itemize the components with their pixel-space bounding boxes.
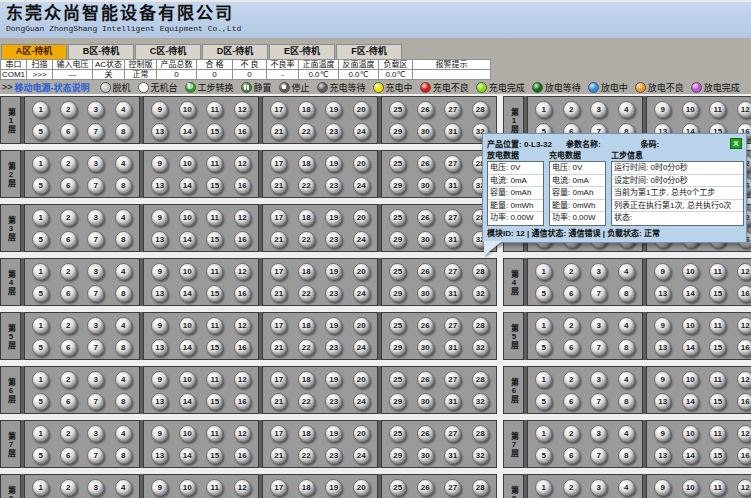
cell-button[interactable]: 9: [151, 101, 168, 118]
cell-button[interactable]: 24: [353, 177, 370, 194]
cell-button[interactable]: 3: [87, 263, 104, 280]
cell-button[interactable]: 19: [325, 263, 342, 280]
cell-button[interactable]: 18: [298, 425, 315, 442]
cell-button[interactable]: 3: [87, 479, 104, 496]
cell-button[interactable]: 3: [590, 263, 607, 280]
cell-button[interactable]: 1: [535, 371, 552, 388]
cell-button[interactable]: 18: [298, 479, 315, 496]
cell-button[interactable]: 3: [87, 101, 104, 118]
cell-button[interactable]: 10: [179, 101, 196, 118]
cell-button[interactable]: 15: [206, 123, 223, 140]
cell-button[interactable]: 13: [151, 123, 168, 140]
cell-button[interactable]: 14: [682, 447, 699, 464]
cell-button[interactable]: 29: [389, 447, 406, 464]
cell-button[interactable]: 11: [709, 371, 726, 388]
cell-button[interactable]: 16: [737, 339, 751, 356]
cell-button[interactable]: 11: [709, 101, 726, 118]
cell-button[interactable]: 13: [151, 339, 168, 356]
cell-button[interactable]: 18: [298, 317, 315, 334]
cell-button[interactable]: 7: [87, 285, 104, 302]
cell-button[interactable]: 9: [151, 479, 168, 496]
cell-button[interactable]: 6: [60, 339, 77, 356]
cell-button[interactable]: 17: [270, 101, 287, 118]
cell-button[interactable]: 31: [444, 447, 461, 464]
cell-button[interactable]: 29: [389, 123, 406, 140]
cell-button[interactable]: 17: [270, 155, 287, 172]
cell-button[interactable]: 1: [32, 155, 49, 172]
cell-button[interactable]: 7: [87, 447, 104, 464]
cell-button[interactable]: 24: [353, 285, 370, 302]
cell-button[interactable]: 8: [618, 393, 635, 410]
cell-button[interactable]: 28: [472, 263, 489, 280]
cell-button[interactable]: 16: [234, 231, 251, 248]
cell-button[interactable]: 30: [417, 393, 434, 410]
cell-button[interactable]: 5: [32, 339, 49, 356]
cell-button[interactable]: 25: [389, 479, 406, 496]
cell-button[interactable]: 9: [151, 425, 168, 442]
cell-button[interactable]: 16: [737, 393, 751, 410]
cell-button[interactable]: 12: [234, 371, 251, 388]
cell-button[interactable]: 31: [444, 339, 461, 356]
tab-zone-6[interactable]: F区-待机: [336, 44, 402, 59]
cell-button[interactable]: 10: [682, 371, 699, 388]
cell-button[interactable]: 13: [654, 393, 671, 410]
cell-button[interactable]: 30: [417, 447, 434, 464]
cell-button[interactable]: 4: [618, 101, 635, 118]
cell-button[interactable]: 9: [654, 317, 671, 334]
cell-button[interactable]: 15: [206, 447, 223, 464]
cell-button[interactable]: 10: [682, 317, 699, 334]
cell-button[interactable]: 21: [270, 339, 287, 356]
cell-button[interactable]: 6: [60, 285, 77, 302]
cell-button[interactable]: 1: [535, 101, 552, 118]
cell-button[interactable]: 23: [325, 231, 342, 248]
cell-button[interactable]: 11: [206, 479, 223, 496]
cell-button[interactable]: 14: [682, 393, 699, 410]
cell-button[interactable]: 20: [353, 101, 370, 118]
cell-button[interactable]: 12: [234, 209, 251, 226]
cell-button[interactable]: 14: [682, 285, 699, 302]
cell-button[interactable]: 10: [682, 263, 699, 280]
cell-button[interactable]: 6: [563, 447, 580, 464]
cell-button[interactable]: 26: [417, 425, 434, 442]
cell-button[interactable]: 16: [737, 285, 751, 302]
cell-button[interactable]: 14: [179, 285, 196, 302]
cell-button[interactable]: 30: [417, 123, 434, 140]
cell-button[interactable]: 31: [444, 285, 461, 302]
cell-button[interactable]: 31: [444, 393, 461, 410]
cell-button[interactable]: 25: [389, 371, 406, 388]
cell-button[interactable]: 15: [709, 339, 726, 356]
cell-button[interactable]: 3: [87, 371, 104, 388]
cell-button[interactable]: 15: [206, 339, 223, 356]
cell-button[interactable]: 12: [737, 317, 751, 334]
cell-button[interactable]: 12: [234, 479, 251, 496]
cell-button[interactable]: 12: [737, 101, 751, 118]
cell-button[interactable]: 17: [270, 263, 287, 280]
cell-button[interactable]: 27: [444, 425, 461, 442]
cell-button[interactable]: 11: [709, 479, 726, 496]
cell-button[interactable]: 8: [618, 339, 635, 356]
cell-button[interactable]: 25: [389, 209, 406, 226]
cell-button[interactable]: 7: [87, 339, 104, 356]
cell-button[interactable]: 19: [325, 479, 342, 496]
cell-button[interactable]: 24: [353, 447, 370, 464]
cell-button[interactable]: 7: [87, 123, 104, 140]
cell-button[interactable]: 17: [270, 479, 287, 496]
cell-button[interactable]: 14: [179, 393, 196, 410]
cell-button[interactable]: 15: [206, 231, 223, 248]
cell-button[interactable]: 15: [206, 285, 223, 302]
cell-button[interactable]: 11: [206, 209, 223, 226]
cell-button[interactable]: 16: [234, 393, 251, 410]
cell-button[interactable]: 1: [32, 209, 49, 226]
cell-button[interactable]: 24: [353, 393, 370, 410]
cell-button[interactable]: 2: [60, 101, 77, 118]
cell-button[interactable]: 22: [298, 285, 315, 302]
cell-button[interactable]: 2: [60, 317, 77, 334]
cell-button[interactable]: 30: [417, 177, 434, 194]
cell-button[interactable]: 2: [563, 263, 580, 280]
cell-button[interactable]: 15: [709, 393, 726, 410]
cell-button[interactable]: 17: [270, 317, 287, 334]
cell-button[interactable]: 16: [234, 447, 251, 464]
cell-button[interactable]: 13: [654, 447, 671, 464]
cell-button[interactable]: 25: [389, 155, 406, 172]
cell-button[interactable]: 10: [179, 371, 196, 388]
